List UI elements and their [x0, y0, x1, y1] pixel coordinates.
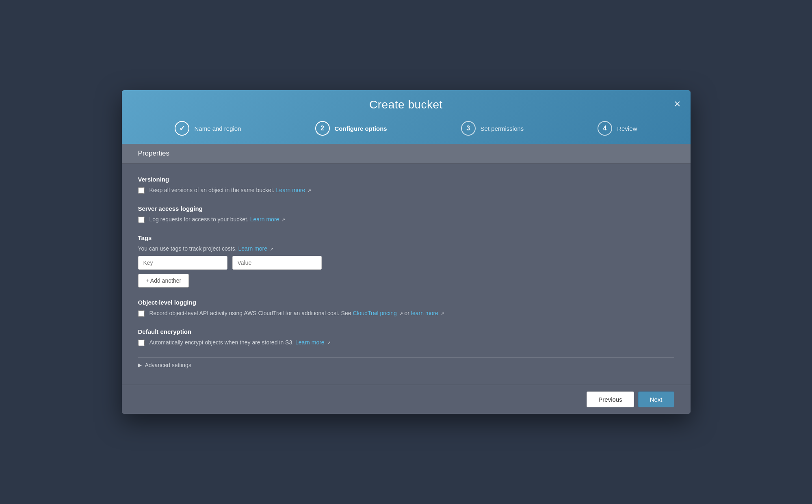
- cloudtrail-ext-icon: ↗: [399, 311, 403, 316]
- server-logging-ext-icon: ↗: [281, 217, 285, 223]
- tags-inputs: [138, 256, 674, 270]
- add-another-button[interactable]: + Add another: [138, 274, 189, 288]
- tags-learn-more[interactable]: Learn more: [238, 245, 267, 252]
- object-logging-ext-icon: ↗: [441, 311, 444, 316]
- step-2[interactable]: 2 Configure options: [315, 121, 387, 136]
- versioning-checkbox-row: Keep all versions of an object in the sa…: [138, 187, 674, 194]
- encryption-checkbox-row: Automatically encrypt objects when they …: [138, 339, 674, 346]
- step-4-label: Review: [617, 125, 637, 132]
- step-1[interactable]: ✓ Name and region: [175, 121, 241, 136]
- versioning-ext-icon: ↗: [307, 188, 311, 193]
- versioning-learn-more[interactable]: Learn more: [276, 187, 305, 193]
- tag-key-input[interactable]: [138, 256, 227, 270]
- previous-button[interactable]: Previous: [587, 392, 634, 407]
- advanced-chevron-icon: ▶: [138, 362, 142, 368]
- encryption-ext-icon: ↗: [327, 340, 331, 346]
- versioning-section: Versioning Keep all versions of an objec…: [138, 176, 674, 194]
- object-logging-checkbox-row: Record object-level API activity using A…: [138, 310, 674, 317]
- tags-title: Tags: [138, 234, 674, 241]
- tag-value-input[interactable]: [232, 256, 322, 270]
- object-logging-learn-more[interactable]: learn more: [411, 310, 438, 316]
- step-3[interactable]: 3 Set permissions: [461, 121, 524, 136]
- modal-footer: Previous Next: [122, 385, 691, 414]
- create-bucket-modal: Create bucket × ✓ Name and region 2 Conf…: [122, 90, 691, 414]
- step-1-label: Name and region: [194, 125, 241, 132]
- step-4-circle: 4: [598, 121, 612, 136]
- step-4-number: 4: [603, 125, 607, 132]
- object-logging-label: Record object-level API activity using A…: [149, 310, 444, 316]
- server-logging-section: Server access logging Log requests for a…: [138, 205, 674, 223]
- step-4[interactable]: 4 Review: [598, 121, 637, 136]
- server-logging-checkbox-row: Log requests for access to your bucket. …: [138, 216, 674, 223]
- versioning-title: Versioning: [138, 176, 674, 183]
- server-logging-title: Server access logging: [138, 205, 674, 212]
- object-logging-title: Object-level logging: [138, 299, 674, 306]
- server-logging-learn-more[interactable]: Learn more: [250, 216, 279, 223]
- encryption-checkbox[interactable]: [138, 340, 145, 346]
- encryption-learn-more[interactable]: Learn more: [295, 339, 325, 346]
- versioning-checkbox[interactable]: [138, 187, 145, 194]
- step-2-label: Configure options: [335, 125, 387, 132]
- versioning-label: Keep all versions of an object in the sa…: [149, 187, 312, 193]
- encryption-label: Automatically encrypt objects when they …: [149, 339, 331, 346]
- advanced-settings-row[interactable]: ▶ Advanced settings: [138, 357, 674, 372]
- wizard-steps: ✓ Name and region 2 Configure options 3 …: [138, 121, 674, 136]
- tags-ext-icon: ↗: [270, 247, 273, 252]
- step-1-circle: ✓: [175, 121, 189, 136]
- encryption-section: Default encryption Automatically encrypt…: [138, 328, 674, 346]
- subheader-title: Properties: [138, 149, 169, 157]
- step-2-circle: 2: [315, 121, 330, 136]
- close-button[interactable]: ×: [674, 98, 680, 110]
- subheader: Properties: [122, 144, 691, 164]
- object-logging-checkbox[interactable]: [138, 310, 145, 317]
- server-logging-label: Log requests for access to your bucket. …: [149, 216, 286, 223]
- advanced-settings-label: Advanced settings: [145, 362, 191, 368]
- step-2-number: 2: [320, 125, 324, 132]
- server-logging-checkbox[interactable]: [138, 216, 145, 223]
- cloudtrail-pricing-link[interactable]: CloudTrail pricing: [353, 310, 396, 316]
- object-logging-section: Object-level logging Record object-level…: [138, 299, 674, 317]
- tags-description: You can use tags to track project costs.…: [138, 245, 674, 252]
- modal-header: Create bucket × ✓ Name and region 2 Conf…: [122, 90, 691, 144]
- tags-section: Tags You can use tags to track project c…: [138, 234, 674, 288]
- step-3-number: 3: [466, 125, 470, 132]
- step-1-check: ✓: [179, 124, 185, 133]
- modal-title: Create bucket: [369, 98, 443, 111]
- next-button[interactable]: Next: [638, 392, 674, 407]
- step-3-circle: 3: [461, 121, 476, 136]
- step-3-label: Set permissions: [481, 125, 524, 132]
- encryption-title: Default encryption: [138, 328, 674, 335]
- modal-content: Versioning Keep all versions of an objec…: [122, 164, 691, 385]
